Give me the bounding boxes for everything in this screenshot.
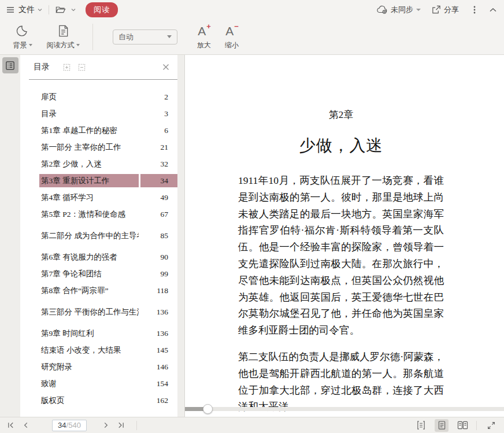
- two-page-view-button[interactable]: [457, 420, 468, 430]
- toc-item-page: 154: [140, 377, 177, 390]
- toc-item-label: 研究附录: [39, 360, 139, 373]
- chevron-down-icon: [37, 7, 43, 13]
- moon-icon: [16, 24, 29, 39]
- toc-item[interactable]: 致谢 154: [20, 375, 177, 392]
- toc-item-page: 136: [140, 327, 177, 340]
- toc-item[interactable]: 第5章 P2：激情和使命感 67: [20, 206, 177, 223]
- divider: [49, 5, 49, 14]
- toc-item[interactable]: 结束语 小改变，大结果 145: [20, 342, 177, 358]
- cloud-not-synced-icon: [376, 5, 388, 14]
- close-panel-icon[interactable]: [162, 63, 170, 71]
- last-page-button[interactable]: [117, 421, 125, 429]
- toc-item-label: 第4章 循环学习: [39, 191, 139, 204]
- total-pages: /540: [66, 421, 81, 430]
- side-rail: [0, 55, 20, 417]
- open-file-button[interactable]: [55, 5, 76, 14]
- toc-item[interactable]: 第三部分 平衡你的工作与生活 136: [20, 304, 177, 320]
- toc-item[interactable]: 第6章 有说服力的强者 90: [20, 249, 177, 265]
- status-bar: 34/540: [0, 417, 504, 433]
- toc-item-label: 致谢: [39, 377, 139, 390]
- fullscreen-icon[interactable]: [487, 421, 496, 430]
- tab-read[interactable]: 阅读: [86, 2, 118, 17]
- toc-item-page: 34: [140, 174, 177, 187]
- toc-item[interactable]: 第7章 争论和团结 99: [20, 265, 177, 282]
- reading-mode-button[interactable]: 阅读方式: [40, 24, 86, 50]
- background-button[interactable]: 背景: [5, 24, 40, 50]
- toc-item-label: 第二部分 成为合作中的主导者: [39, 229, 139, 242]
- toc-item[interactable]: 研究附录 146: [20, 358, 177, 375]
- toc-item[interactable]: 第9章 时间红利 136: [20, 325, 177, 342]
- document-page[interactable]: 第2章 少做，入迷 1911年10月，两支队伍展开了一场竞赛，看谁是到达南极的第…: [185, 55, 504, 417]
- expand-all-icon[interactable]: [62, 63, 71, 72]
- toc-item-page: 136: [140, 305, 177, 319]
- ebook-reader-window: 文件 阅读 未: [0, 0, 504, 433]
- toc-item-label: 第三部分 平衡你的工作与生活: [39, 305, 139, 319]
- toc-item[interactable]: 目录 3: [20, 105, 177, 122]
- toc-list: 扉页 2 目录 3 第1章 卓越工作的秘密 6 第一部分 主宰你的工作 21 第…: [20, 80, 177, 417]
- toc-item-page: 67: [140, 208, 177, 221]
- zoom-in-label: 放大: [197, 40, 211, 50]
- toc-item-label: 第5章 P2：激情和使命感: [39, 208, 139, 221]
- reading-progress-slider[interactable]: [185, 404, 504, 414]
- toc-item-page: 99: [140, 267, 177, 280]
- scroll-view-button[interactable]: [416, 420, 426, 430]
- toc-item[interactable]: 第8章 合作“两宗罪” 118: [20, 282, 177, 299]
- background-label: 背景: [13, 40, 27, 50]
- open-file-dropdown-icon[interactable]: [71, 7, 76, 13]
- first-page-button[interactable]: [7, 421, 14, 429]
- divider: [476, 421, 477, 430]
- zoom-in-button[interactable]: A+ 放大: [190, 24, 218, 50]
- toc-item[interactable]: 扉页 2: [20, 88, 177, 105]
- toc-item-label: 第6章 有说服力的强者: [39, 250, 139, 264]
- zoom-mode-select[interactable]: 自动: [113, 29, 177, 45]
- toc-item-label: 第7章 争论和团结: [39, 267, 139, 280]
- zoom-out-label: 缩小: [225, 40, 239, 50]
- folder-icon: [55, 5, 66, 14]
- toc-item[interactable]: 第3章 重新设计工作 34: [20, 172, 177, 189]
- sidebar-resize-handle[interactable]: [177, 55, 185, 417]
- toc-item[interactable]: 版权页 162: [20, 392, 177, 409]
- font-increase-icon: A+: [198, 24, 210, 39]
- reading-toolbar: 背景 阅读方式 自动 A+ 放大 A− 缩小: [0, 19, 504, 55]
- current-page: 34: [58, 421, 66, 430]
- toc-item-page: 85: [140, 229, 177, 242]
- toc-panel-button[interactable]: [2, 57, 18, 73]
- chapter-number: 第2章: [238, 108, 444, 121]
- hamburger-menu-icon: [6, 5, 15, 14]
- toc-sidebar: 目录 扉页 2 目录 3 第1章 卓越工作的秘密 6 第一部分 主宰你的工作 2…: [20, 55, 177, 417]
- file-menu[interactable]: 文件: [6, 5, 43, 15]
- toc-item-page: 90: [140, 250, 177, 264]
- zoom-out-button[interactable]: A− 缩小: [218, 24, 246, 50]
- next-page-button[interactable]: [103, 421, 109, 429]
- share-label: 分享: [444, 5, 459, 15]
- toc-item[interactable]: 第2章 少做，入迷 32: [20, 156, 177, 172]
- sync-status-label: 未同步: [391, 5, 413, 15]
- divider: [92, 24, 93, 50]
- toc-item-page: 146: [140, 360, 177, 373]
- previous-page-button[interactable]: [23, 421, 29, 429]
- toc-item-label: 第3章 重新设计工作: [39, 174, 139, 187]
- toc-item-page: 3: [140, 107, 177, 120]
- toc-item[interactable]: 第1章 卓越工作的秘密 6: [20, 122, 177, 139]
- reading-mode-dropdown-icon: [76, 44, 80, 46]
- collapse-toolbar-icon[interactable]: [489, 7, 497, 13]
- toc-item-page: 21: [140, 140, 177, 154]
- select-caret-icon: [167, 35, 172, 38]
- zoom-mode-value: 自动: [118, 32, 134, 42]
- collapse-all-icon[interactable]: [77, 63, 86, 72]
- slider-track[interactable]: [185, 407, 504, 411]
- toc-item-label: 第8章 合作“两宗罪”: [39, 284, 139, 297]
- share-button[interactable]: 分享: [431, 5, 460, 15]
- toc-item[interactable]: 第4章 循环学习 49: [20, 189, 177, 206]
- more-options-icon[interactable]: [470, 5, 479, 14]
- file-menu-label: 文件: [18, 5, 35, 15]
- slider-thumb[interactable]: [203, 404, 213, 414]
- toc-item[interactable]: 第一部分 主宰你的工作 21: [20, 139, 177, 156]
- paragraph: 1911年10月，两支队伍展开了一场竞赛，看谁是到达南极的第一人。彼时，那里是地…: [238, 172, 444, 339]
- sync-status-button[interactable]: 未同步: [376, 5, 421, 15]
- page-number-input[interactable]: 34/540: [52, 420, 87, 431]
- toc-item-page: 162: [140, 394, 177, 407]
- toc-item[interactable]: 第二部分 成为合作中的主导者 85: [20, 227, 177, 244]
- single-page-view-button[interactable]: [435, 419, 449, 432]
- toc-item-label: 目录: [39, 107, 139, 120]
